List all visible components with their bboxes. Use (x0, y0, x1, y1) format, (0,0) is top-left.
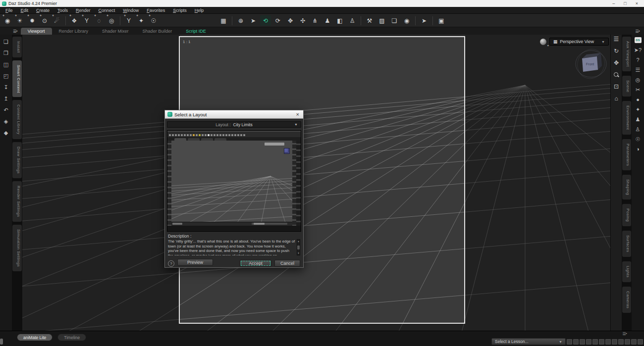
lesson-slot[interactable] (586, 339, 591, 345)
daz-window-icon[interactable]: DS (635, 37, 642, 43)
left-tab-simulation-settings[interactable]: Simulation Settings (12, 225, 22, 271)
create-point-light-icon[interactable]: ✹ (27, 15, 38, 26)
orbit-icon[interactable]: ↻ (614, 48, 619, 54)
create-center-point-icon[interactable]: ◎ (106, 15, 117, 26)
viewport[interactable]: 1 : 1 ▦ Perspective View ▼ Front (22, 35, 610, 331)
new-file-icon[interactable]: ❏ (3, 39, 8, 45)
bottom-left-scrollbar[interactable] (0, 339, 3, 345)
save-last-icon[interactable]: ◰ (3, 73, 8, 79)
help-button[interactable]: ? (168, 260, 174, 267)
universal-pointer-icon[interactable]: ➤ (248, 15, 259, 26)
cut-icon[interactable]: ✂ (636, 87, 640, 93)
active-pose-tool-icon[interactable]: ⟲ (260, 15, 271, 26)
menu-render[interactable]: Render (72, 8, 94, 13)
create-distant-light-icon[interactable]: ⊙ (39, 15, 50, 26)
pose-figure-icon[interactable]: ♟ (636, 116, 641, 122)
create-view-camera-icon[interactable]: ❖ (69, 15, 80, 26)
left-tab-smart-content[interactable]: Smart Content (12, 60, 22, 98)
figure-tool-icon[interactable]: ♟ (322, 15, 333, 26)
view-cube[interactable]: Front (575, 48, 607, 80)
merge-icon[interactable]: ◈ (4, 118, 8, 124)
right-tab-posing[interactable]: Posing (622, 204, 631, 226)
lesson-slot[interactable] (605, 339, 611, 345)
menu-scripts[interactable]: Scripts (169, 8, 190, 13)
create-null-icon[interactable]: ◌ (94, 15, 105, 26)
bottom-tab-animate-lite[interactable]: aniMate Lite (17, 334, 53, 341)
lesson-slot[interactable] (618, 339, 624, 345)
scale-tool-icon[interactable]: ✣ (297, 15, 308, 26)
camera-selector[interactable]: ▦ Perspective View ▼ (549, 38, 609, 46)
bottom-tab-timeline[interactable]: Timeline (57, 334, 86, 341)
pane-menu-right-icon[interactable]: ☰ (635, 29, 640, 34)
tab-script-ide[interactable]: Script IDE (179, 28, 213, 35)
lesson-slot[interactable] (612, 339, 617, 345)
tab-render-library[interactable]: Render Library (52, 28, 96, 35)
create-node-icon[interactable]: Y (81, 15, 92, 26)
node-selection-icon[interactable]: ▦ (218, 15, 229, 26)
lesson-slot[interactable] (625, 339, 630, 345)
layout-dropdown[interactable]: Layout : City Limits ▼ (167, 121, 301, 128)
open-file-icon[interactable]: ❐ (3, 50, 8, 56)
lesson-slot[interactable] (573, 339, 579, 345)
menu-tools[interactable]: Tools (54, 8, 71, 13)
menu-edit[interactable]: Edit (17, 8, 32, 13)
dialog-close-button[interactable]: × (295, 111, 301, 117)
pane-menu-icon[interactable]: ☰ (13, 29, 18, 34)
right-tab-parameters[interactable]: Parameters (622, 139, 631, 170)
menu-help[interactable]: Help (191, 8, 208, 13)
camera-add-icon[interactable]: ◉ (401, 15, 412, 26)
aux-pane-menu-icon[interactable]: ☰ (614, 36, 619, 42)
left-tab-render-settings[interactable]: Render Settings (12, 181, 22, 221)
preview-button[interactable]: Preview (177, 259, 213, 266)
sparkle-tool-icon[interactable]: ✦ (636, 106, 640, 112)
merge-alt-icon[interactable]: ◆ (4, 130, 8, 136)
task-queue-icon[interactable]: ☰ (636, 67, 641, 73)
tab-shader-builder[interactable]: Shader Builder (136, 28, 179, 35)
menu-favorites[interactable]: Favorites (143, 8, 168, 13)
home-icon[interactable]: ⌂ (614, 96, 618, 101)
help-icon[interactable]: ? (636, 57, 639, 63)
menu-create[interactable]: Create (33, 8, 53, 13)
pan-icon[interactable]: ✥ (614, 60, 619, 66)
menu-file[interactable]: File (2, 8, 16, 13)
menu-window[interactable]: Window (119, 8, 142, 13)
lesson-slot[interactable] (567, 339, 572, 345)
draw-style-sphere-icon[interactable] (540, 39, 546, 45)
create-linear-light-icon[interactable]: ☄ (52, 15, 62, 26)
create-group-icon[interactable]: Y (123, 15, 134, 26)
rotate-tool-icon[interactable]: ⟳ (272, 15, 283, 26)
scroll-up-icon[interactable]: ▲ (297, 240, 299, 243)
figure-alt-icon[interactable]: ♙ (636, 126, 641, 132)
figure-setup-icon[interactable]: ♙ (347, 15, 358, 26)
right-tab-scene[interactable]: Scene (622, 76, 631, 97)
joint-editor-icon[interactable]: ⊕ (235, 15, 246, 26)
lesson-pane-menu-icon[interactable]: ☰ (622, 332, 627, 336)
lesson-slot[interactable] (580, 339, 585, 345)
zoom-icon[interactable] (613, 72, 619, 78)
close-button[interactable]: × (636, 1, 638, 6)
pointer-settings-icon[interactable]: ➤ (419, 15, 429, 26)
scroll-down-icon[interactable]: ▼ (297, 252, 299, 254)
frame-icon[interactable]: ⊡ (614, 84, 619, 90)
translate-tool-icon[interactable]: ✥ (285, 15, 296, 26)
lesson-slot[interactable] (631, 339, 637, 345)
whats-this-icon[interactable]: ➤? (634, 47, 642, 53)
minimize-button[interactable]: – (612, 1, 615, 6)
scroll-thumb[interactable] (297, 246, 300, 249)
right-tab-cameras[interactable]: Cameras (622, 287, 631, 313)
lesson-slot[interactable] (599, 339, 604, 345)
left-tab-content-library[interactable]: Content Library (12, 100, 22, 139)
left-tab-draw-settings[interactable]: Draw Settings (12, 142, 22, 178)
lesson-slot[interactable] (638, 339, 643, 345)
undo-icon[interactable]: ↶ (3, 107, 8, 113)
bone-tool-icon[interactable]: ⋔ (310, 15, 321, 26)
sphere-tool-icon[interactable]: ● (636, 97, 640, 102)
create-camera-icon[interactable]: ◉ (2, 15, 13, 26)
create-primitive-icon[interactable]: ☉ (148, 15, 159, 26)
save-icon[interactable]: ◫ (3, 61, 8, 67)
hatch-brush-icon[interactable]: ▨ (376, 15, 387, 26)
right-tab-surfaces[interactable]: Surfaces (622, 231, 631, 257)
tab-shader-mixer[interactable]: Shader Mixer (95, 28, 136, 35)
globe-icon[interactable]: ☉ (636, 136, 641, 142)
record-icon[interactable]: ◎ (636, 77, 641, 83)
